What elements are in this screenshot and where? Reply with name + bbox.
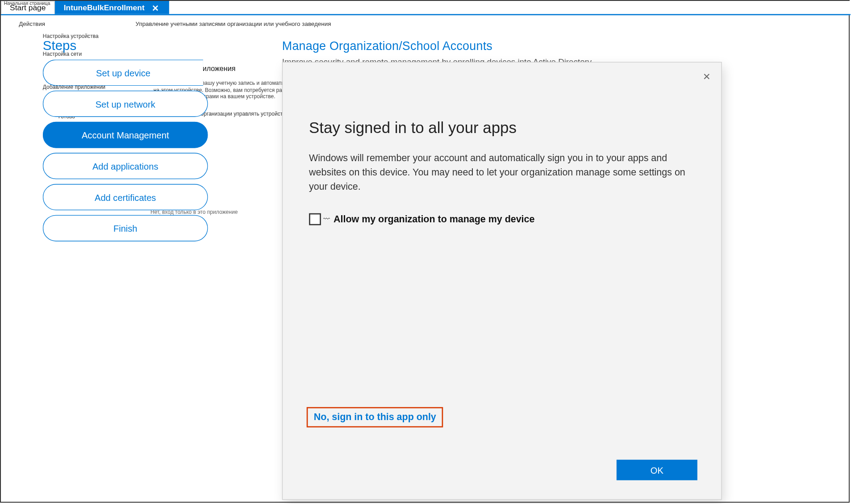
step-add-applications[interactable]: Add applications [43,153,208,179]
step-account-management-label: Account Management [82,130,169,140]
allow-org-checkbox-label: Allow my organization to manage my devic… [334,214,534,225]
ru-manage-accounts-header: Управление учетными записями организации… [136,21,331,27]
step-finish-label: Finish [113,223,138,233]
page-title: Manage Organization/School Accounts [282,39,492,53]
step-account-management[interactable]: Account Management [43,122,208,148]
wave-icon: 〰 [323,216,330,223]
step-add-certificates[interactable]: Add certificates [43,184,208,210]
tab-start-page[interactable]: Начальная страница Start page [1,1,55,14]
allow-org-checkbox-row[interactable]: 〰 Allow my organization to manage my dev… [309,213,534,225]
modal-text: Windows will remember your account and a… [309,151,686,194]
step-add-certificates-label: Add certificates [95,192,156,202]
ru-net-setup-label: Настройка сети [43,51,82,57]
signin-modal: ✕ Stay signed in to all your apps Window… [282,62,722,500]
step-setup-network-label: Set up network [96,99,155,109]
no-signin-this-app-only-link[interactable]: No, sign in to this app only [307,407,443,428]
ok-button[interactable]: OK [617,460,697,480]
ru-actions-label: Действия [19,21,45,27]
allow-org-checkbox[interactable] [309,213,321,225]
tab-start-page-ru-label: Начальная страница [4,1,50,6]
modal-close-icon[interactable]: ✕ [700,68,713,84]
tabs-bar: Начальная страница Start page IntuneBulk… [1,1,851,15]
step-setup-device-label: Set up device [96,67,150,78]
step-setup-network[interactable]: Set up network [43,91,208,117]
modal-title: Stay signed in to all your apps [309,119,517,137]
step-finish[interactable]: Finish [43,215,208,242]
tab-close-icon[interactable]: ✕ [150,3,160,12]
tab-intune-bulk-enrollment[interactable]: IntuneBulkEnrollment ✕ [55,1,169,14]
step-setup-device[interactable]: Set up device [43,59,203,86]
step-add-applications-label: Add applications [92,161,159,171]
tab-intune-label: IntuneBulkEnrollment [64,3,145,12]
